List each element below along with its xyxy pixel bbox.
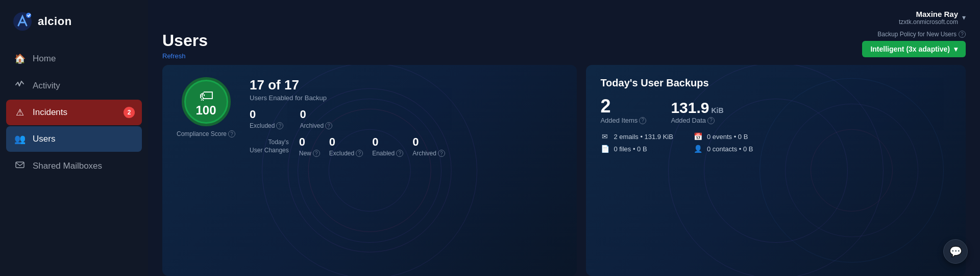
sidebar-item-home-label: Home [33,54,56,64]
score-value: 100 [195,104,216,117]
added-data-unit: KiB [711,106,723,114]
users-enabled-count: 17 of 17 [250,77,562,93]
enabled-info-icon[interactable]: ? [396,150,403,157]
backups-card: Today's User Backups 2 Added Items ? 131… [586,65,966,276]
added-items-section: 2 Added Items ? [600,97,646,124]
detail-events: 📅 0 events • 0 B [694,132,753,141]
users-icon: 👥 [14,133,26,145]
main-content: Maxine Ray tzxtk.onmicrosoft.com ▾ Users… [148,0,980,276]
alcion-logo-icon [12,11,33,32]
sidebar-item-activity-label: Activity [33,81,60,91]
calendar-icon: 📅 [694,132,703,141]
detail-col-right: 📅 0 events • 0 B 👤 0 contacts • 0 B [694,132,753,153]
contact-icon: 👤 [694,145,703,153]
detail-col-left: ✉ 2 emails • 131.9 KiB 📄 0 files • 0 B [600,132,673,153]
sidebar-item-shared-mailboxes-label: Shared Mailboxes [33,161,102,171]
new-stat: 0 New ? [299,135,320,157]
added-items-label: Added Items ? [600,117,646,124]
added-items-info-icon[interactable]: ? [639,117,646,124]
backup-policy-button[interactable]: Intelligent (3x adaptive) ▾ [862,41,966,57]
sidebar-item-activity[interactable]: Activity [6,73,142,99]
detail-files: 📄 0 files • 0 B [600,145,673,153]
users-enabled: 17 of 17 Users Enabled for Backup [250,77,562,102]
svg-point-1 [26,13,31,18]
header-bar: Maxine Ray tzxtk.onmicrosoft.com ▾ [148,0,980,31]
enabled-stat: 0 Enabled ? [372,135,403,157]
changes-stats: 0 New ? 0 Excluded ? [299,135,445,157]
activity-icon [14,80,26,91]
archived-num: 0 [300,108,332,121]
backups-card-inner: Today's User Backups 2 Added Items ? 131… [600,77,951,153]
sidebar: alcion 🏠 Home Activity ⚠ Incidents 2 👥 U… [0,0,148,276]
cards-area: 🏷 100 Compliance Score ? 17 of 17 U [148,65,980,276]
added-items-num: 2 [600,97,646,116]
excluded2-label: Excluded ? [329,150,363,157]
incidents-icon: ⚠ [14,107,26,118]
svg-rect-2 [16,162,24,168]
compliance-info-icon[interactable]: ? [228,130,235,137]
added-data-label: Added Data ? [671,117,723,124]
sidebar-item-incidents[interactable]: ⚠ Incidents 2 [6,100,142,125]
excluded2-info-icon[interactable]: ? [356,150,363,157]
added-data-value: 131.9 [671,100,709,116]
sidebar-item-home[interactable]: 🏠 Home [6,46,142,72]
archived-label: Archived ? [300,122,332,129]
email-icon: ✉ [600,132,609,141]
today-backups-title: Today's User Backups [600,77,951,89]
page-header: Users Refresh Backup Policy for New User… [148,31,980,65]
sidebar-item-shared-mailboxes[interactable]: Shared Mailboxes [6,153,142,179]
stats-section: 17 of 17 Users Enabled for Backup 0 Excl… [250,77,562,157]
sidebar-navigation: 🏠 Home Activity ⚠ Incidents 2 👥 Users [0,46,148,179]
excluded-label: Excluded ? [250,122,283,129]
compliance-score-section: 🏷 100 Compliance Score ? [177,77,235,137]
logo-text: alcion [38,15,72,28]
ribbon-icon: 🏷 [199,87,213,104]
compliance-score-label: Compliance Score ? [177,130,235,137]
incidents-badge: 2 [124,107,135,118]
excluded-num: 0 [250,108,283,121]
user-email: tzxtk.onmicrosoft.com [899,18,958,26]
chevron-down-icon: ▾ [962,13,966,21]
excluded2-stat: 0 Excluded ? [329,135,363,157]
users-enabled-label: Users Enabled for Backup [250,94,562,102]
excluded-archived-row: 0 Excluded ? 0 Archived ? [250,108,562,129]
enabled-label: Enabled ? [372,150,403,157]
user-name: Maxine Ray [899,10,958,18]
file-icon: 📄 [600,145,609,153]
archived2-info-icon[interactable]: ? [438,150,445,157]
backup-policy-area: Backup Policy for New Users ? Intelligen… [862,31,966,57]
new-info-icon[interactable]: ? [313,150,320,157]
detail-emails: ✉ 2 emails • 131.9 KiB [600,132,673,141]
backup-policy-label: Backup Policy for New Users ? [877,31,966,38]
compliance-card: 🏷 100 Compliance Score ? 17 of 17 U [162,65,577,276]
logo-area[interactable]: alcion [0,0,148,46]
shared-mailboxes-icon [14,160,26,172]
sidebar-item-users[interactable]: 👥 Users [6,126,142,152]
excluded-info-icon[interactable]: ? [276,122,283,129]
refresh-link[interactable]: Refresh [162,52,208,60]
backup-policy-info-icon[interactable]: ? [959,31,966,38]
added-data-info-icon[interactable]: ? [707,117,715,124]
user-menu[interactable]: Maxine Ray tzxtk.onmicrosoft.com ▾ [899,10,966,26]
page-title: Users [162,31,208,50]
changes-label: Today'sUser Changes [250,138,289,155]
score-circle: 🏷 100 [182,77,231,126]
new-label: New ? [299,150,320,157]
excluded-stat: 0 Excluded ? [250,108,283,129]
chat-button[interactable]: 💬 [943,239,968,264]
today-big-stats-row: 2 Added Items ? 131.9 KiB Added Data [600,97,951,124]
archived-stat: 0 Archived ? [300,108,332,129]
archived-info-icon[interactable]: ? [325,122,332,129]
added-data-section: 131.9 KiB Added Data ? [671,100,723,124]
user-changes-section: Today'sUser Changes 0 New ? 0 [250,135,562,157]
detail-contacts: 👤 0 contacts • 0 B [694,145,753,153]
sidebar-item-incidents-label: Incidents [33,107,67,118]
detail-rows: ✉ 2 emails • 131.9 KiB 📄 0 files • 0 B 📅… [600,132,951,153]
chevron-down-icon: ▾ [954,45,958,53]
archived2-label: Archived ? [412,150,445,157]
chat-icon: 💬 [949,245,962,258]
archived2-stat: 0 Archived ? [412,135,445,157]
sidebar-item-users-label: Users [33,134,55,144]
home-icon: 🏠 [14,53,26,64]
